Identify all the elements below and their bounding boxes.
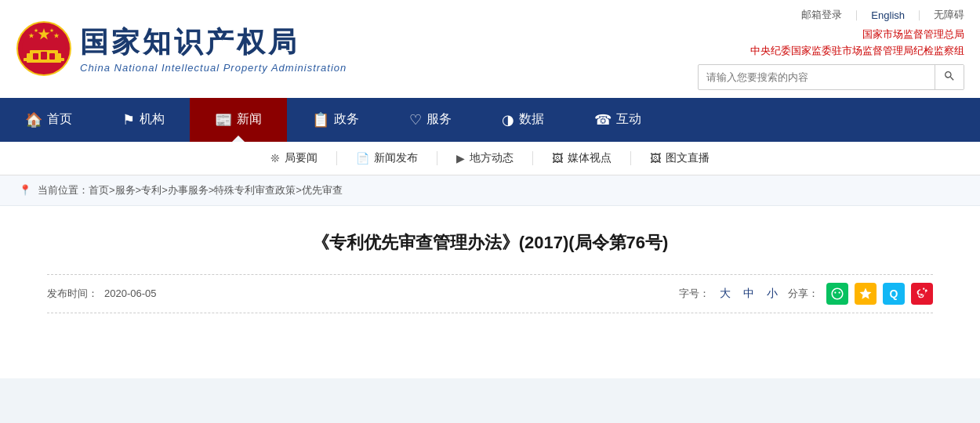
wechat-share-button[interactable] [826,283,848,305]
institution-icon: ⚑ [122,111,135,128]
sub-nav-news-release-label: 新闻发布 [374,151,418,165]
search-input[interactable] [699,67,935,88]
related-link-1[interactable]: 国家市场监督管理总局 [862,27,964,43]
nav-institution[interactable]: ⚑ 机构 [97,98,190,142]
header-right: 邮箱登录 ｜ English ｜ 无障碍 国家市场监督管理总局 中央纪委国家监委… [698,8,964,90]
publish-date: 2020-06-05 [104,287,157,299]
accessible-link[interactable]: 无障碍 [934,8,964,22]
nav-home-label: 首页 [47,111,72,128]
bureau-news-icon: ❊ [270,152,280,164]
sub-nav-live[interactable]: 🖼 图文直播 [631,151,728,165]
nav-news-label: 新闻 [237,111,262,128]
interact-icon: ☎ [594,111,612,128]
mailbox-link[interactable]: 邮箱登录 [801,8,842,22]
media-icon: 🖼 [552,152,563,164]
nav-bar: 🏠 首页 ⚑ 机构 📰 新闻 📋 政务 ♡ 服务 ◑ 数据 ☎ 互动 [0,98,980,142]
government-icon: 📋 [312,111,329,128]
article-title: 《专利优先审查管理办法》(2017)(局令第76号) [47,230,933,255]
header-top: 国家知识产权局 China National Intellectual Prop… [0,0,980,98]
nav-home[interactable]: 🏠 首页 [0,98,97,142]
breadcrumb-text: 当前位置：首页>服务>专利>办事服务>特殊专利审查政策>优先审查 [38,183,343,197]
sub-nav-bureau-news-label: 局要闻 [285,151,318,165]
logo-emblem [16,20,72,77]
related-link-2[interactable]: 中央纪委国家监委驻市场监督管理局纪检监察组 [750,43,964,60]
nav-interact-label: 互动 [616,111,641,128]
star-icon [858,287,873,301]
location-icon: 📍 [19,184,31,196]
sub-nav-live-label: 图文直播 [666,151,710,165]
divider2: ｜ [914,8,924,22]
weibo-icon [915,287,929,301]
content-area: 《专利优先审查管理办法》(2017)(局令第76号) 发布时间： 2020-06… [0,206,980,378]
nav-service-label: 服务 [426,111,452,128]
live-icon: 🖼 [650,152,661,164]
font-small-button[interactable]: 小 [767,287,778,301]
meta-right: 字号： 大 中 小 分享： Q [679,283,933,305]
search-icon [943,70,956,82]
wechat-icon [830,287,844,301]
meta-left: 发布时间： 2020-06-05 [47,287,157,301]
logo-cn: 国家知识产权局 [80,24,347,62]
news-release-icon: 📄 [356,152,369,164]
svg-rect-6 [41,52,47,60]
sub-nav-local-dynamics-label: 地方动态 [470,151,514,165]
nav-news[interactable]: 📰 新闻 [190,98,287,142]
font-size-label: 字号： [679,287,710,301]
logo-text: 国家知识产权局 China National Intellectual Prop… [80,24,347,74]
svg-rect-7 [49,53,55,60]
divider1: ｜ [851,8,862,22]
font-large-button[interactable]: 大 [720,287,731,301]
news-icon: 📰 [215,111,232,128]
logo-en: China National Intellectual Property Adm… [80,62,347,74]
svg-rect-5 [33,53,38,60]
publish-label: 发布时间： [47,287,98,301]
nav-service[interactable]: ♡ 服务 [384,98,477,142]
service-icon: ♡ [409,111,422,128]
sub-nav-media[interactable]: 🖼 媒体视点 [533,151,631,165]
nav-interact[interactable]: ☎ 互动 [569,98,666,142]
search-button[interactable] [935,65,964,89]
nav-data[interactable]: ◑ 数据 [477,98,569,142]
nav-government-label: 政务 [334,111,359,128]
share-icons: Q [826,283,933,305]
qq-text: Q [890,287,898,300]
sub-nav-news-release[interactable]: 📄 新闻发布 [337,151,437,165]
qq-share-button[interactable]: Q [883,283,905,305]
home-icon: 🏠 [25,111,42,128]
article-meta: 发布时间： 2020-06-05 字号： 大 中 小 分享： [47,274,933,313]
sub-nav-local-dynamics[interactable]: ▶ 地方动态 [437,151,533,165]
favorite-share-button[interactable] [855,283,877,305]
english-link[interactable]: English [871,9,905,21]
font-medium-button[interactable]: 中 [743,287,754,301]
sub-nav: ❊ 局要闻 📄 新闻发布 ▶ 地方动态 🖼 媒体视点 🖼 图文直播 [0,142,980,175]
local-dynamics-icon: ▶ [456,152,465,164]
sub-nav-media-label: 媒体视点 [568,151,612,165]
data-icon: ◑ [502,111,514,128]
top-links: 邮箱登录 ｜ English ｜ 无障碍 [801,8,964,22]
nav-institution-label: 机构 [140,111,165,128]
breadcrumb: 📍 当前位置：首页>服务>专利>办事服务>特殊专利审查政策>优先审查 [0,175,980,206]
nav-government[interactable]: 📋 政务 [287,98,384,142]
logo-area: 国家知识产权局 China National Intellectual Prop… [16,20,347,77]
nav-data-label: 数据 [519,111,544,128]
sub-nav-bureau-news[interactable]: ❊ 局要闻 [252,151,337,165]
related-links: 国家市场监督管理总局 中央纪委国家监委驻市场监督管理局纪检监察组 [750,27,964,60]
share-label: 分享： [788,287,818,301]
weibo-share-button[interactable] [911,283,933,305]
header: 国家知识产权局 China National Intellectual Prop… [0,0,980,142]
search-bar [698,64,964,90]
